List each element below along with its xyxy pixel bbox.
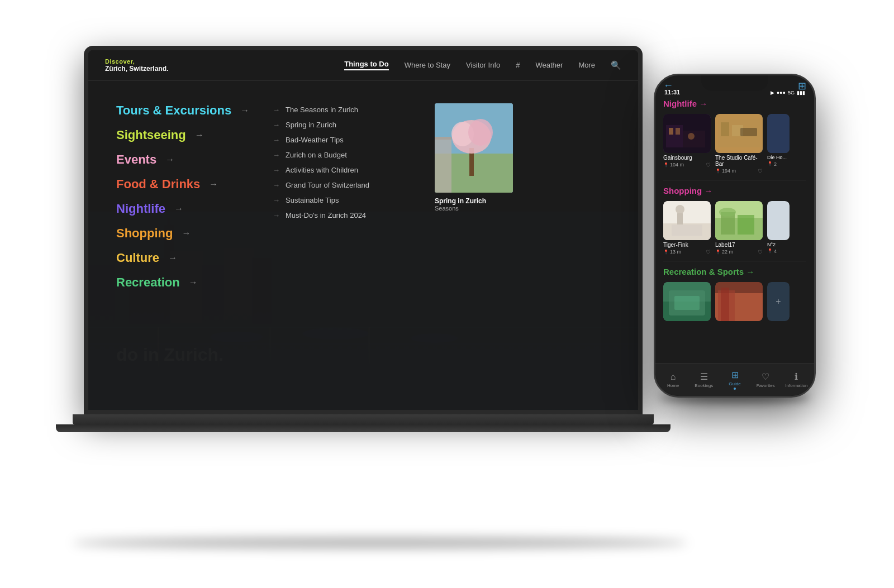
menu-item-tours[interactable]: Tours & Excursions → bbox=[116, 103, 273, 118]
nightlife-divider bbox=[663, 180, 806, 180]
nav-brand: Discover, Zürich, Switzerland. bbox=[105, 58, 217, 73]
submenu-arrow-6: → bbox=[273, 181, 280, 189]
submenu-grand-tour[interactable]: → Grand Tour of Switzerland bbox=[273, 181, 418, 189]
submenu-children[interactable]: → Activities with Children bbox=[273, 166, 418, 174]
laptop: do in Zurich. Discover, Zürich, Switzerl… bbox=[84, 46, 643, 548]
recreation-section-title[interactable]: Recreation & Sports → bbox=[663, 267, 806, 276]
phone-card-die-ho[interactable]: Die Ho... 📍 2 bbox=[767, 114, 790, 174]
phone-nav-home[interactable]: ⌂ Home bbox=[658, 372, 688, 388]
submenu-must-dos[interactable]: → Must-Do's in Zurich 2024 bbox=[273, 211, 418, 219]
n2-img-inner bbox=[767, 201, 790, 240]
phone-card-rec-1[interactable] bbox=[663, 282, 711, 321]
add-icon: + bbox=[776, 297, 781, 307]
nav-where-to-stay[interactable]: Where to Stay bbox=[405, 61, 450, 69]
wifi-status-icon: ●●● bbox=[777, 90, 786, 95]
phone-card-tiger-fink[interactable]: Tiger-Fink 📍 13 m ♡ bbox=[663, 201, 711, 255]
home-icon: ⌂ bbox=[670, 372, 676, 382]
studio-name: The Studio Café-Bar bbox=[715, 155, 763, 167]
die-ho-meta: 📍 2 bbox=[767, 161, 790, 167]
submenu-budget-label: Zurich on a Budget bbox=[286, 151, 347, 159]
phone-nav-information[interactable]: ℹ Information bbox=[781, 371, 812, 388]
svg-rect-30 bbox=[435, 137, 451, 140]
die-ho-dist: 2 bbox=[774, 161, 777, 167]
gainsbourg-name: Gainsbourg bbox=[663, 155, 711, 161]
phone-card-studio[interactable]: The Studio Café-Bar 📍 194 m ♡ bbox=[715, 114, 763, 174]
svg-rect-34 bbox=[676, 128, 680, 135]
shopping-title-text: Shopping → bbox=[663, 186, 712, 195]
nav-things-to-do[interactable]: Things to Do bbox=[344, 60, 388, 70]
die-ho-pin-icon: 📍 bbox=[767, 161, 773, 166]
submenu-seasons-label: The Seasons in Zurich bbox=[286, 106, 358, 114]
submenu-seasons[interactable]: → The Seasons in Zurich bbox=[273, 106, 418, 114]
die-ho-img-inner bbox=[767, 114, 790, 153]
n2-img bbox=[767, 201, 790, 240]
svg-rect-43 bbox=[767, 114, 790, 153]
submenu-children-label: Activities with Children bbox=[286, 166, 358, 174]
menu-item-food[interactable]: Food & Drinks → bbox=[116, 177, 273, 192]
submenu-spring[interactable]: → Spring in Zurich bbox=[273, 121, 418, 129]
svg-point-46 bbox=[676, 205, 684, 214]
nightlife-section-title[interactable]: Nightlife → bbox=[663, 99, 806, 108]
tiger-fink-heart[interactable]: ♡ bbox=[706, 249, 711, 255]
gainsbourg-heart[interactable]: ♡ bbox=[706, 162, 711, 168]
label17-dist: 22 m bbox=[722, 249, 733, 255]
phone-nav-bookings[interactable]: ☰ Bookings bbox=[688, 371, 719, 388]
nav-weather[interactable]: Weather bbox=[535, 61, 563, 69]
label17-img-inner bbox=[715, 201, 763, 240]
menu-right: Spring in Zurich Seasons bbox=[418, 103, 610, 388]
phone-card-gainsbourg[interactable]: Gainsbourg 📍 104 m ♡ bbox=[663, 114, 711, 174]
nav-hashtag[interactable]: # bbox=[516, 61, 520, 69]
information-nav-label: Information bbox=[785, 383, 807, 388]
events-label: Events bbox=[116, 152, 156, 167]
label17-img bbox=[715, 201, 763, 240]
n2-meta: 📍 4 bbox=[767, 248, 790, 254]
tours-arrow: → bbox=[240, 106, 249, 116]
menu-item-nightlife[interactable]: Nightlife → bbox=[116, 202, 273, 216]
menu-item-shopping[interactable]: Shopping → bbox=[116, 226, 273, 241]
svg-rect-40 bbox=[721, 122, 729, 136]
phone-card-label17[interactable]: Label17 📍 22 m ♡ bbox=[715, 201, 763, 255]
svg-rect-47 bbox=[677, 213, 683, 224]
submenu-must-dos-label: Must-Do's in Zurich 2024 bbox=[286, 211, 366, 219]
menu-item-culture[interactable]: Culture → bbox=[116, 251, 273, 265]
rec-2-img-inner bbox=[715, 282, 763, 321]
recreation-arrow: → bbox=[189, 278, 198, 288]
nav-links: Things to Do Where to Stay Visitor Info … bbox=[344, 60, 621, 70]
submenu-budget[interactable]: → Zurich on a Budget bbox=[273, 151, 418, 159]
menu-item-sightseeing[interactable]: Sightseeing → bbox=[116, 128, 273, 142]
submenu-arrow-1: → bbox=[273, 106, 280, 114]
guide-nav-dot bbox=[734, 388, 736, 390]
nav-more[interactable]: More bbox=[578, 61, 595, 69]
label17-heart[interactable]: ♡ bbox=[758, 249, 763, 255]
submenu-sustainable[interactable]: → Sustainable Tips bbox=[273, 196, 418, 204]
rec-1-img-inner bbox=[663, 282, 711, 321]
phone-time: 11:31 bbox=[664, 89, 680, 95]
submenu-arrow-7: → bbox=[273, 196, 280, 204]
featured-img-inner bbox=[435, 103, 513, 193]
submenu-bad-weather[interactable]: → Bad-Weather Tips bbox=[273, 136, 418, 144]
information-icon: ℹ bbox=[795, 371, 798, 382]
search-icon[interactable]: 🔍 bbox=[611, 60, 621, 70]
shopping-section-title[interactable]: Shopping → bbox=[663, 186, 806, 195]
gainsbourg-dist: 104 m bbox=[670, 162, 684, 168]
phone-card-rec-2[interactable] bbox=[715, 282, 763, 321]
menu-item-recreation[interactable]: Recreation → bbox=[116, 275, 273, 290]
phone-card-n2[interactable]: N°2 📍 4 bbox=[767, 201, 790, 255]
studio-heart[interactable]: ♡ bbox=[758, 168, 763, 174]
location-status-icon: ▶ bbox=[771, 90, 774, 95]
svg-rect-61 bbox=[721, 288, 729, 321]
phone-nav-favorites[interactable]: ♡ Favorites bbox=[750, 371, 781, 388]
n2-pin-icon: 📍 bbox=[767, 248, 773, 254]
menu-item-events[interactable]: Events → bbox=[116, 152, 273, 167]
phone-body: 11:31 ▶ ●●● 5G ▮▮▮ ← ⊞ bbox=[654, 74, 816, 398]
svg-rect-42 bbox=[740, 128, 757, 136]
die-ho-img bbox=[767, 114, 790, 153]
featured-caption: Spring in Zurich Seasons bbox=[435, 197, 610, 212]
phone-scroll-area[interactable]: Nightlife → bbox=[655, 97, 814, 367]
phone-status-icons: ▶ ●●● 5G ▮▮▮ bbox=[771, 90, 805, 95]
phone-nav-guide[interactable]: ⊞ Guide bbox=[719, 370, 750, 390]
gainsbourg-meta: 📍 104 m ♡ bbox=[663, 162, 711, 168]
n2-name: N°2 bbox=[767, 242, 790, 247]
nav-visitor-info[interactable]: Visitor Info bbox=[466, 61, 500, 69]
studio-pin-icon: 📍 bbox=[715, 169, 721, 174]
